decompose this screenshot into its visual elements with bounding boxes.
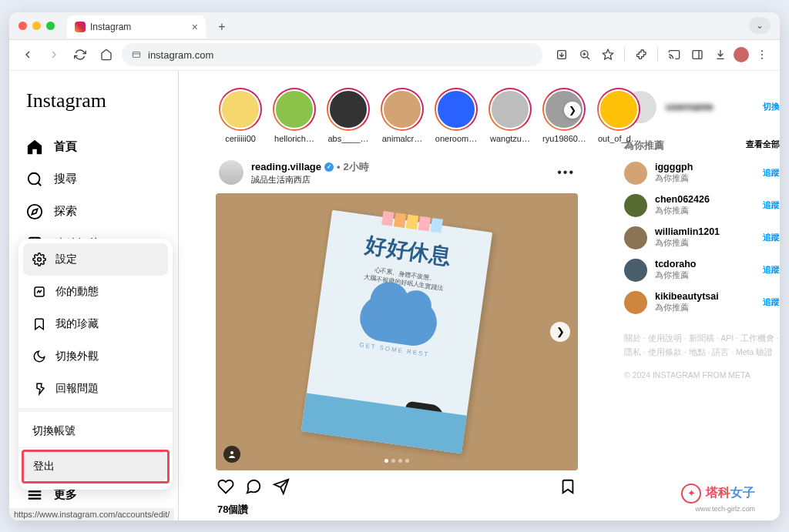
browser-tab[interactable]: Instagram × [67, 15, 206, 38]
profile-row: username 切換 [624, 91, 780, 123]
menu-activity[interactable]: 你的動態 [23, 276, 168, 308]
story-ring [597, 88, 640, 131]
follow-button[interactable]: 追蹤 [763, 167, 780, 179]
svg-point-14 [29, 172, 40, 184]
like-button[interactable] [217, 478, 234, 498]
reload-button[interactable] [69, 44, 91, 65]
story-item[interactable]: ceriiiii00 [219, 88, 262, 143]
suggest-avatar[interactable] [624, 259, 647, 282]
extensions-button[interactable] [631, 44, 651, 65]
forward-button[interactable] [43, 44, 65, 65]
story-item[interactable]: abs____… [327, 88, 370, 143]
home-icon [26, 139, 43, 156]
story-item[interactable]: animalcr… [381, 88, 424, 143]
close-window-button[interactable] [18, 22, 27, 30]
story-item[interactable]: oneroom… [435, 88, 478, 143]
post-likes[interactable]: 78個讚 [216, 503, 578, 520]
profile-name: username [666, 101, 754, 112]
toolbar-right [552, 44, 772, 65]
address-bar[interactable]: instagram.com [122, 43, 542, 66]
save-button[interactable] [559, 478, 576, 498]
follow-button[interactable]: 追蹤 [763, 296, 780, 308]
follow-button[interactable]: 追蹤 [763, 199, 780, 211]
post-author-avatar[interactable] [219, 160, 243, 185]
suggest-info: tcdoraho為你推薦 [655, 259, 755, 281]
window-controls [18, 22, 55, 30]
menu-saved[interactable]: 我的珍藏 [23, 308, 168, 340]
stories-next-button[interactable]: ❯ [564, 102, 581, 119]
menu-settings[interactable]: 設定 [23, 243, 168, 276]
suggest-avatar[interactable] [624, 226, 647, 249]
suggest-reason: 為你推薦 [655, 237, 755, 249]
footer-links[interactable]: 關於 · 使用說明 · 新聞稿 · API · 工作機會 · 隱私 · 使用條款… [624, 331, 780, 360]
post-image[interactable]: 好好休息 心不累、身體不疲憊、大腦不報廢的好眠人生實踐法 GET SOME RE… [216, 193, 578, 470]
story-ring [381, 88, 424, 131]
story-ring [219, 88, 262, 131]
story-ring [327, 88, 370, 131]
svg-marker-7 [603, 49, 613, 59]
post-time: 2小時 [344, 160, 369, 174]
close-tab-button[interactable]: × [192, 21, 198, 33]
menu-button[interactable] [752, 44, 772, 65]
nav-home[interactable]: 首頁 [18, 131, 169, 163]
profile-avatar-button[interactable] [734, 47, 749, 62]
suggest-username[interactable]: tcdoraho [655, 259, 755, 269]
suggest-avatar[interactable] [624, 162, 647, 185]
bookmark-icon [32, 317, 46, 331]
comment-button[interactable] [245, 478, 262, 498]
story-username: hellorich… [274, 134, 314, 143]
post-more-button[interactable]: ••• [557, 166, 575, 179]
switch-account-link[interactable]: 切換 [763, 101, 780, 112]
post-username[interactable]: reading.village [251, 161, 321, 172]
story-item[interactable]: ryu19860… [542, 88, 586, 143]
downloads-button[interactable] [710, 44, 730, 65]
post-location[interactable]: 誠品生活南西店 [251, 174, 369, 186]
my-username[interactable]: username [666, 101, 754, 112]
follow-button[interactable]: 追蹤 [763, 232, 780, 243]
suggest-username[interactable]: williamlin1201 [655, 226, 755, 237]
minimize-window-button[interactable] [32, 22, 41, 30]
side-panel-button[interactable] [687, 44, 707, 65]
menu-switch-account[interactable]: 切換帳號 [23, 415, 168, 447]
post-next-image-button[interactable]: ❯ [550, 322, 570, 342]
story-item[interactable]: hellorich… [273, 88, 316, 143]
share-button[interactable] [273, 478, 290, 498]
menu-appearance[interactable]: 切換外觀 [23, 340, 168, 373]
new-tab-button[interactable]: + [212, 17, 232, 37]
suggestion-row: williamlin1201為你推薦追蹤 [624, 226, 780, 249]
instagram-logo[interactable]: Instagram [18, 89, 169, 131]
suggestions-list: iggggph為你推薦追蹤chen062426為你推薦追蹤williamlin1… [624, 162, 780, 314]
menu-report[interactable]: 回報問題 [23, 373, 168, 405]
more-label: 更多 [54, 487, 77, 502]
tagged-people-button[interactable] [223, 446, 240, 463]
install-app-button[interactable] [552, 44, 572, 65]
home-button[interactable] [96, 44, 117, 65]
follow-button[interactable]: 追蹤 [763, 264, 780, 276]
menu-logout[interactable]: 登出 [24, 452, 167, 481]
watermark-icon: ✦ [681, 483, 701, 504]
tab-dropdown-button[interactable]: ⌄ [749, 17, 771, 34]
cast-button[interactable] [664, 44, 684, 65]
svg-point-16 [28, 204, 42, 218]
suggest-username[interactable]: iggggph [655, 162, 755, 172]
suggestion-row: kikibeautytsai為你推薦追蹤 [624, 291, 780, 314]
see-all-link[interactable]: 查看全部 [746, 139, 780, 152]
story-item[interactable]: wangtzu… [489, 88, 532, 143]
nav-explore[interactable]: 探索 [18, 196, 169, 228]
back-button[interactable] [17, 44, 39, 65]
suggest-reason: 為你推薦 [655, 205, 755, 216]
feed: ceriiiii00hellorich…abs____…animalcr…one… [216, 88, 578, 520]
bookmark-button[interactable] [598, 44, 618, 65]
carousel-dots [384, 459, 409, 463]
svg-rect-9 [693, 51, 702, 59]
story-item[interactable]: out_of_d… [597, 88, 640, 143]
nav-search[interactable]: 搜尋 [18, 163, 169, 196]
suggest-username[interactable]: kikibeautytsai [655, 291, 755, 302]
suggest-avatar[interactable] [624, 291, 647, 314]
post: reading.village ✓ • 2小時 誠品生活南西店 ••• [216, 160, 578, 520]
suggest-username[interactable]: chen062426 [655, 194, 755, 205]
zoom-button[interactable] [575, 44, 595, 65]
suggest-info: chen062426為你推薦 [655, 194, 755, 216]
maximize-window-button[interactable] [46, 22, 55, 30]
suggest-avatar[interactable] [624, 194, 647, 217]
